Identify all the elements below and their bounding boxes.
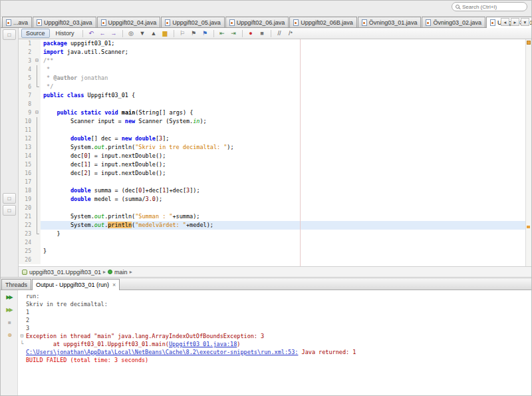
- comment-icon[interactable]: //: [275, 29, 285, 39]
- line-number[interactable]: 7: [19, 91, 33, 100]
- line-number[interactable]: 20: [19, 204, 33, 212]
- code-line[interactable]: 10 Scanner input = new Scanner (System.i…: [19, 117, 531, 126]
- code-line[interactable]: 2import java.util.Scanner;: [19, 48, 531, 57]
- find-selection-icon[interactable]: ◎: [126, 29, 136, 39]
- shift-line-right-icon[interactable]: ⇥: [229, 29, 239, 39]
- code-line[interactable]: 23 }: [19, 230, 531, 238]
- line-number[interactable]: 9: [19, 108, 33, 117]
- line-number[interactable]: 2: [19, 48, 33, 57]
- code-line[interactable]: 20: [19, 204, 531, 212]
- editor-tab[interactable]: ...ava: [2, 17, 32, 27]
- line-number[interactable]: 24: [19, 238, 33, 247]
- output-tab[interactable]: Threads: [1, 279, 31, 290]
- code-line[interactable]: 1package uppgift03_01;: [19, 39, 531, 48]
- console-link[interactable]: Uppgift03_01.java:18: [169, 341, 237, 347]
- start-macro-recording-icon[interactable]: ●: [246, 29, 256, 39]
- find-next-occurrence-icon[interactable]: ▼: [138, 29, 148, 39]
- toggle-bookmark-icon[interactable]: ⚑: [200, 29, 210, 39]
- line-number[interactable]: 23: [19, 230, 33, 238]
- tab-list-dropdown-icon[interactable]: ▾: [521, 18, 529, 26]
- line-number[interactable]: 22: [19, 221, 33, 230]
- line-number[interactable]: 3: [19, 57, 33, 65]
- code-line[interactable]: 3⊟/**: [19, 57, 531, 65]
- line-number[interactable]: 18: [19, 186, 33, 195]
- scroll-tabs-left-icon[interactable]: ◂: [501, 18, 509, 26]
- error-stripe-mark[interactable]: [527, 226, 530, 228]
- line-number[interactable]: 14: [19, 152, 33, 160]
- editor-tab[interactable]: Uppgift02_03.java: [33, 17, 96, 27]
- line-number[interactable]: 21: [19, 212, 33, 221]
- minimized-window-button-2[interactable]: □: [3, 193, 16, 204]
- next-bookmark-icon[interactable]: ⚑: [189, 29, 199, 39]
- back-icon[interactable]: ←: [98, 29, 108, 39]
- code-line[interactable]: 19 double medel = (summa/3.0);: [19, 195, 531, 204]
- code-editor[interactable]: 1package uppgift03_01;2import java.util.…: [19, 39, 531, 266]
- minimized-window-button-3[interactable]: □: [3, 205, 16, 216]
- fold-indicator[interactable]: ⊟: [33, 108, 41, 117]
- find-previous-occurrence-icon[interactable]: ▲: [149, 29, 159, 39]
- line-number[interactable]: 8: [19, 100, 33, 108]
- output-tab[interactable]: Output - Uppgift03_01 (run)×: [32, 279, 120, 290]
- line-number[interactable]: 19: [19, 195, 33, 204]
- line-number[interactable]: 12: [19, 134, 33, 143]
- line-number[interactable]: 6: [19, 83, 33, 91]
- line-number[interactable]: 16: [19, 169, 33, 178]
- console[interactable]: run:Skriv in tre decimaltal: 123⊟Excepti…: [18, 290, 531, 396]
- code-line[interactable]: 13 System.out.println("Skriv in tre deci…: [19, 143, 531, 152]
- line-number[interactable]: 15: [19, 160, 33, 169]
- code-line[interactable]: 6 */: [19, 83, 531, 91]
- rerun-with-different-parameters-icon[interactable]: ▶▶: [3, 305, 15, 315]
- scroll-tabs-right-icon[interactable]: ▸: [511, 18, 519, 26]
- quick-search[interactable]: [452, 2, 527, 11]
- code-line[interactable]: 4 *: [19, 65, 531, 74]
- rerun-icon[interactable]: ▶▶: [3, 292, 15, 302]
- line-number[interactable]: 17: [19, 178, 33, 186]
- code-line[interactable]: 9⊟ public static void main(String[] args…: [19, 108, 531, 117]
- history-button[interactable]: History: [51, 29, 79, 38]
- code-line[interactable]: 5 * @author jonathan: [19, 74, 531, 83]
- stop-macro-recording-icon[interactable]: ■: [257, 29, 267, 39]
- breadcrumb-item[interactable]: main: [108, 269, 128, 276]
- line-number[interactable]: 10: [19, 117, 33, 126]
- editor-tab[interactable]: Övning03_01.java: [358, 17, 422, 27]
- line-number[interactable]: 4: [19, 65, 33, 74]
- ant-settings-icon[interactable]: ⊛: [3, 330, 15, 340]
- error-stripe[interactable]: [525, 39, 531, 266]
- code-line[interactable]: 21 System.out.println("Summan : "+summa)…: [19, 212, 531, 221]
- code-line[interactable]: 8: [19, 100, 531, 108]
- code-line[interactable]: 14 dec[0] = input.nextDouble();: [19, 152, 531, 160]
- line-number[interactable]: 5: [19, 74, 33, 83]
- minimized-window-button-1[interactable]: □: [3, 29, 16, 40]
- source-button[interactable]: Source: [21, 29, 50, 38]
- editor-tab[interactable]: Uppgift02_05.java: [161, 17, 225, 27]
- editor-tab[interactable]: Uppgift02_06B.java: [289, 17, 357, 27]
- shift-line-left-icon[interactable]: ⇤: [217, 29, 227, 39]
- toggle-highlight-search-icon[interactable]: ▆: [160, 29, 170, 39]
- code-line[interactable]: 18 double summa = (dec[0]+dec[1]+dec[3])…: [19, 186, 531, 195]
- search-input[interactable]: [462, 4, 523, 10]
- line-number[interactable]: 11: [19, 126, 33, 134]
- line-number[interactable]: 26: [19, 256, 33, 264]
- code-line[interactable]: 12 double[] dec = new double[3];: [19, 134, 531, 143]
- close-icon[interactable]: ×: [112, 282, 116, 288]
- line-number[interactable]: 13: [19, 143, 33, 152]
- fold-indicator[interactable]: ⊟: [33, 57, 41, 65]
- uncomment-icon[interactable]: /*: [286, 29, 296, 39]
- editor-tab[interactable]: Uppgift02_04.java: [97, 17, 161, 27]
- code-line[interactable]: 26: [19, 256, 531, 264]
- editor-tab[interactable]: Övning03_02.java: [422, 17, 485, 27]
- code-line[interactable]: 17: [19, 178, 531, 186]
- code-line[interactable]: 25}: [19, 247, 531, 256]
- code-line[interactable]: 11: [19, 126, 531, 134]
- code-line[interactable]: 24: [19, 238, 531, 247]
- breadcrumb-item[interactable]: uppgift03_01.Uppgift03_01: [22, 269, 101, 276]
- last-edit-position-icon[interactable]: ↶: [86, 29, 96, 39]
- previous-bookmark-icon[interactable]: ⚐: [178, 29, 188, 39]
- console-fold-indicator[interactable]: ⊟: [18, 332, 26, 340]
- code-line[interactable]: 15 dec[1] = input.nextDouble();: [19, 160, 531, 169]
- code-line[interactable]: 7public class Uppgift03_01 {: [19, 91, 531, 100]
- console-link[interactable]: C:\Users\jonathan\AppData\Local\NetBeans…: [26, 349, 298, 355]
- stop-icon[interactable]: ■: [3, 317, 15, 327]
- forward-icon[interactable]: →: [109, 29, 119, 39]
- line-number[interactable]: 25: [19, 247, 33, 256]
